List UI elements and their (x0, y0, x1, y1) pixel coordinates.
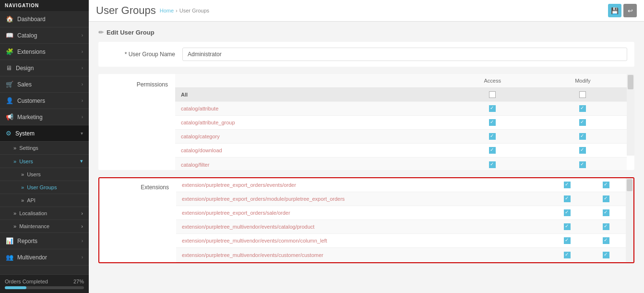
access-cell (548, 248, 587, 262)
table-row: catalog/category (175, 130, 627, 144)
sidebar-item-users[interactable]: » Users ▾ (0, 155, 89, 168)
extensions-row: Extensions extension/purpletree_export_o… (99, 178, 633, 262)
access-checkbox[interactable] (489, 91, 496, 98)
sidebar-item-sales[interactable]: 🛒 Sales › (0, 76, 89, 93)
group-name-input[interactable] (182, 48, 627, 61)
modify-checkbox[interactable] (579, 119, 586, 126)
modify-checkbox[interactable] (579, 133, 586, 140)
modify-checkbox[interactable] (603, 252, 609, 258)
sub-arrow-icon: » (21, 171, 24, 177)
sidebar-item-label: Reports (17, 238, 37, 244)
extension-name: extension/purpletree_export_orders/modul… (176, 192, 548, 206)
access-checkbox[interactable] (489, 147, 496, 154)
table-row: extension/purpletree_multivendor/events/… (176, 220, 626, 234)
catalog-icon: 📖 (6, 32, 13, 39)
sidebar-item-maintenance[interactable]: » Maintenance › (0, 220, 89, 233)
access-checkbox[interactable] (564, 209, 571, 216)
modify-checkbox[interactable] (579, 91, 586, 98)
sidebar-item-customers[interactable]: 👤 Customers › (0, 93, 89, 109)
access-checkbox[interactable] (489, 161, 496, 168)
modify-checkbox[interactable] (579, 105, 586, 112)
sidebar-item-multivendor[interactable]: 👥 Multivendor › (0, 249, 89, 266)
sidebar-item-label: Settings (19, 145, 38, 151)
sidebar-item-catalog[interactable]: 📖 Catalog › (0, 27, 89, 44)
access-checkbox[interactable] (489, 119, 496, 126)
access-checkbox[interactable] (564, 237, 571, 244)
permissions-table: Access Modify Allcatalog/attributecatalo… (175, 74, 627, 170)
modify-checkbox[interactable] (579, 161, 586, 168)
sidebar-item-dashboard[interactable]: 🏠 Dashboard (0, 11, 89, 27)
permissions-table-wrapper: Access Modify Allcatalog/attributecatalo… (175, 74, 634, 170)
sidebar-item-label: Customers (17, 98, 45, 104)
chevron-down-icon: ▾ (80, 158, 83, 164)
access-checkbox[interactable] (564, 223, 571, 230)
sidebar-item-label: System (15, 130, 35, 137)
modify-cell (539, 158, 627, 170)
modify-checkbox[interactable] (603, 182, 609, 188)
sidebar-item-settings[interactable]: » Settings (0, 142, 89, 155)
access-cell (446, 130, 539, 144)
breadcrumb: Home › User Groups (160, 8, 209, 13)
modify-cell (587, 192, 626, 206)
progress-bar-fill (5, 286, 26, 289)
sidebar-item-users-api[interactable]: » API (0, 194, 89, 207)
extension-name: extension/purpletree_export_orders/event… (176, 178, 548, 192)
back-button[interactable]: ↩ (623, 4, 637, 17)
sidebar-item-marketing[interactable]: 📢 Marketing › (0, 109, 89, 125)
modify-checkbox[interactable] (603, 237, 609, 244)
sidebar-item-extensions[interactable]: 🧩 Extensions › (0, 44, 89, 60)
sub-arrow-icon: » (13, 223, 16, 229)
sub-arrow-icon: » (21, 197, 24, 203)
extension-name: extension/purpletree_multivendor/events/… (176, 248, 548, 262)
group-name-label: * User Group Name (106, 51, 182, 58)
sidebar-item-label: Users (19, 159, 33, 164)
sidebar-item-localisation[interactable]: » Localisation › (0, 207, 89, 220)
customers-icon: 👤 (6, 97, 13, 104)
orders-completed-percent: 27% (73, 279, 84, 284)
modify-checkbox[interactable] (603, 195, 609, 202)
dashboard-icon: 🏠 (6, 15, 13, 23)
permissions-scrollbar[interactable] (627, 74, 634, 156)
sidebar-item-design[interactable]: 🖥 Design › (0, 60, 89, 76)
access-checkbox[interactable] (564, 252, 571, 258)
extensions-icon: 🧩 (6, 48, 13, 55)
col-access: Access (446, 74, 539, 88)
sidebar-item-label: Marketing (17, 114, 43, 121)
modify-cell (539, 88, 627, 102)
sidebar-item-system[interactable]: ⚙ System ▾ (0, 125, 89, 142)
access-checkbox[interactable] (489, 133, 496, 140)
modify-checkbox[interactable] (603, 223, 609, 230)
sidebar: NAVIGATION 🏠 Dashboard 📖 Catalog › 🧩 Ext… (0, 0, 89, 293)
modify-cell (587, 248, 626, 262)
table-row: catalog/filter (175, 158, 627, 170)
sidebar-item-label: Users (27, 171, 41, 177)
chevron-right-icon: › (82, 255, 83, 260)
section-title: ✏ Edit User Group (98, 29, 634, 36)
col-permission (175, 74, 446, 88)
table-row: catalog/attribute_group (175, 116, 627, 130)
access-cell (446, 158, 539, 170)
save-button[interactable]: 💾 (608, 4, 621, 17)
extensions-scrollbar[interactable] (626, 178, 633, 262)
modify-checkbox[interactable] (603, 209, 609, 216)
sidebar-item-label: Design (16, 65, 34, 72)
sidebar-item-label: Sales (17, 81, 32, 88)
permission-name: catalog/attribute_group (175, 116, 446, 130)
sidebar-item-users-users[interactable]: » Users (0, 168, 89, 181)
modify-checkbox[interactable] (579, 147, 586, 154)
access-checkbox[interactable] (564, 182, 571, 188)
access-cell (446, 144, 539, 158)
breadcrumb-home[interactable]: Home (160, 8, 174, 13)
access-cell (548, 206, 587, 220)
chevron-right-icon: › (82, 82, 83, 87)
sidebar-item-users-usergroups[interactable]: » User Groups (0, 181, 89, 194)
extension-name: extension/purpletree_multivendor/events/… (176, 234, 548, 248)
access-checkbox[interactable] (489, 105, 496, 112)
permission-name: All (175, 88, 446, 102)
sub-arrow-icon: » (13, 145, 16, 151)
sidebar-item-reports[interactable]: 📊 Reports › (0, 233, 89, 249)
sub-arrow-icon: » (13, 210, 16, 216)
access-checkbox[interactable] (564, 195, 571, 202)
sidebar-item-label: Catalog (17, 32, 37, 39)
sidebar-item-label: Localisation (19, 210, 47, 216)
